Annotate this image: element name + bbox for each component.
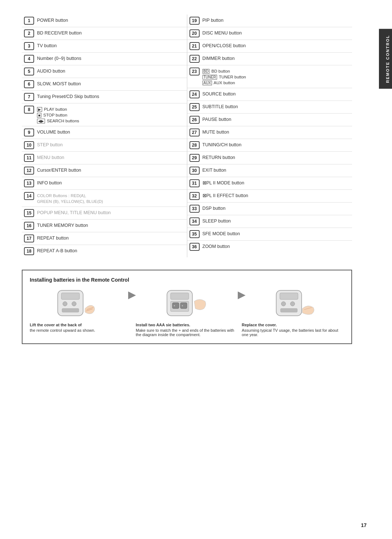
battery-visual-2: + + <box>139 289 234 318</box>
list-item: 13INFO button <box>22 177 187 190</box>
sub-line: BD BD button <box>203 68 246 74</box>
step1-rest: the remote control upward as shown. <box>30 328 95 332</box>
sub-line: ■ STOP button <box>37 112 79 118</box>
battery-desc-row: Lift the cover at the back of the remote… <box>30 323 344 337</box>
item-number: 9 <box>24 128 34 136</box>
item-label: TUNING/CH button <box>203 141 242 148</box>
list-item: 22DIMMER button <box>187 53 352 65</box>
item-number: 36 <box>189 243 200 251</box>
item-number: 30 <box>189 167 200 175</box>
list-item: 18REPEAT A-B button <box>22 245 187 257</box>
list-item: 12Cursor/ENTER button <box>22 164 187 177</box>
item-label: ZOOM button <box>203 243 230 250</box>
item-label: AUDIO button <box>37 68 65 75</box>
list-item: 2BD RECEIVER button <box>22 27 187 40</box>
svg-point-15 <box>290 302 295 306</box>
svg-point-14 <box>281 302 286 306</box>
svg-text:+: + <box>181 304 183 307</box>
item-number: 34 <box>189 217 200 225</box>
battery-visual-3 <box>249 289 344 318</box>
step2-rest: Make sure to match the + and ends of the… <box>136 328 234 337</box>
icon-inline: ■ <box>37 113 41 118</box>
item-label: DISC MENU button <box>203 29 242 37</box>
list-item: 15POPUP MENU, TITLE MENU button <box>22 207 187 220</box>
icon-inline: ◀▶ <box>37 119 45 123</box>
item-label: STEP button <box>37 141 63 148</box>
battery-image-3 <box>273 289 320 318</box>
item-label: POPUP MENU, TITLE MENU button <box>37 209 111 216</box>
icon-inline: TUNER <box>203 75 217 79</box>
item-label: Cursor/ENTER button <box>37 167 81 174</box>
sub-line: TUNER TUNER button <box>203 74 246 80</box>
item-label: SUBTITLE button <box>203 103 238 110</box>
item-number: 31 <box>189 179 200 187</box>
arrow-1: ▶ <box>128 289 136 301</box>
svg-point-3 <box>72 302 76 306</box>
item-number: 6 <box>24 80 34 88</box>
item-number: 15 <box>24 209 34 217</box>
item-label: ⊠PL II MODE button <box>203 179 244 187</box>
arrow-2: ▶ <box>238 289 246 301</box>
list-item: 8▶ PLAY button■ STOP button◀▶ SEARCH but… <box>22 103 187 126</box>
item-label: OPEN/CLOSE button <box>203 42 246 49</box>
item-label: Tuning Preset/CD Skip buttons <box>37 93 99 100</box>
item-number: 33 <box>189 205 200 213</box>
battery-title: Installing batteries in the Remote Contr… <box>30 277 344 283</box>
icon-inline: ▶ <box>37 107 42 112</box>
side-tab-label: REMOTE CONTROL <box>385 35 390 83</box>
battery-image-1 <box>54 289 101 318</box>
list-item: 27MUTE button <box>187 126 352 139</box>
list-item: 24SOURCE button <box>187 88 352 101</box>
list-item: 34SLEEP button <box>187 215 352 228</box>
item-number: 22 <box>189 55 200 63</box>
item-number: 24 <box>189 90 200 98</box>
item-number: 26 <box>189 116 200 124</box>
item-number: 17 <box>24 234 34 242</box>
side-tab: REMOTE CONTROL <box>379 29 392 89</box>
item-label: REPEAT button <box>37 234 69 242</box>
item-label: SOURCE button <box>203 90 236 98</box>
sub-line: GREEN (B), YELLOW(C), BLUE(D) <box>37 199 103 204</box>
item-label: PIP button <box>203 17 224 24</box>
item-label: INFO button <box>37 179 62 187</box>
item-number: 14 <box>24 192 34 200</box>
item-label: VOLUME button <box>37 128 70 136</box>
item-number: 19 <box>189 17 200 25</box>
item-number: 18 <box>24 247 34 255</box>
list-item: 11MENU button <box>22 152 187 164</box>
item-label: BD RECEIVER button <box>37 29 82 37</box>
svg-rect-16 <box>281 309 297 312</box>
item-number: 32 <box>189 192 200 200</box>
item-label: EXIT button <box>203 167 226 174</box>
step3-bold: Replace the cover. <box>242 323 340 327</box>
list-item: 5AUDIO button <box>22 65 187 78</box>
svg-rect-4 <box>62 309 79 312</box>
item-label: SLEEP button <box>203 217 231 225</box>
item-label: DSP button <box>203 205 226 212</box>
list-item: 6SLOW, MO/ST button <box>22 78 187 91</box>
list-item: 19PIP button <box>187 15 352 27</box>
item-number: 7 <box>24 93 34 101</box>
item-label: MUTE button <box>203 128 229 136</box>
list-item: 26PAUSE button <box>187 114 352 126</box>
list-item: 25SUBTITLE button <box>187 101 352 114</box>
list-item: 23BD BD buttonTUNER TUNER buttonAUX AUX … <box>187 65 352 88</box>
list-item: 21OPEN/CLOSE button <box>187 40 352 53</box>
list-item: 16TUNER MEMORY button <box>22 220 187 232</box>
item-number: 25 <box>189 103 200 111</box>
list-item: 9VOLUME button <box>22 126 187 139</box>
item-label: BD BD buttonTUNER TUNER buttonAUX AUX bu… <box>203 68 246 86</box>
item-number: 3 <box>24 42 34 50</box>
step1-bold: Lift the cover at the back of <box>30 323 128 327</box>
item-number: 12 <box>24 167 34 175</box>
svg-rect-6 <box>171 293 189 299</box>
item-number: 5 <box>24 68 34 75</box>
item-label: RETURN button <box>203 154 235 161</box>
battery-visuals: ▶ + + ▶ <box>30 289 344 318</box>
item-label: TV button <box>37 42 57 49</box>
page: REMOTE CONTROL 1POWER button2BD RECEIVER… <box>0 0 392 539</box>
left-column: 1POWER button2BD RECEIVER button3TV butt… <box>22 15 187 257</box>
list-item: 28TUNING/CH button <box>187 139 352 152</box>
list-item: 32⊠PL II EFFECT button <box>187 190 352 203</box>
item-number: 8 <box>24 106 34 114</box>
